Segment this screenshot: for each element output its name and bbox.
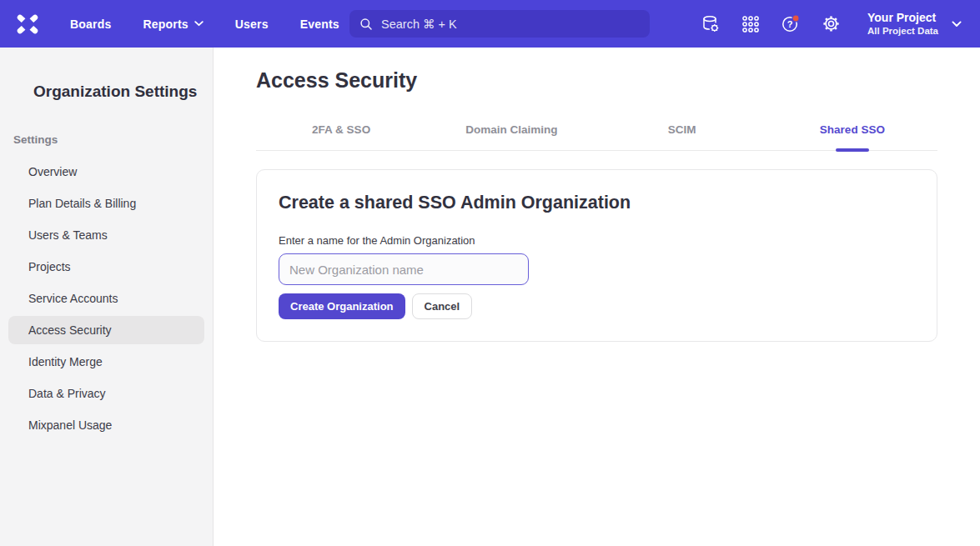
tab-bar: 2FA & SSO Domain Claiming SCIM Shared SS… [256, 123, 937, 151]
nav-label: Events [300, 18, 339, 31]
create-organization-button[interactable]: Create Organization [279, 293, 405, 319]
nav-label: Users [235, 18, 269, 31]
nav-label: Reports [143, 18, 188, 31]
sidebar-item-projects[interactable]: Projects [8, 253, 204, 281]
organization-name-label: Enter a name for the Admin Organization [279, 234, 915, 247]
organization-name-input[interactable] [279, 253, 529, 285]
topbar-right: ? Your Project All Project Data [701, 0, 980, 48]
nav-item-boards[interactable]: Boards [70, 18, 111, 31]
sidebar-item-mixpanel-usage[interactable]: Mixpanel Usage [8, 411, 204, 439]
sidebar-section-label: Settings [13, 133, 213, 146]
main-content: Access Security 2FA & SSO Domain Claimin… [214, 48, 980, 546]
sidebar-item-plan-details-billing[interactable]: Plan Details & Billing [8, 189, 204, 218]
sidebar: Organization Settings Settings Overview … [0, 48, 214, 546]
topbar-nav: Boards Reports Users Events [70, 18, 339, 31]
tab-2fa-sso[interactable]: 2FA & SSO [256, 123, 426, 150]
notification-dot [792, 15, 799, 22]
nav-item-events[interactable]: Events [300, 18, 339, 31]
data-management-icon[interactable] [701, 14, 721, 34]
project-selector[interactable]: Your Project All Project Data [867, 11, 962, 38]
nav-item-reports[interactable]: Reports [143, 18, 203, 31]
topbar: Boards Reports Users Events [0, 0, 980, 48]
sidebar-item-overview[interactable]: Overview [8, 158, 204, 186]
chevron-down-icon [952, 21, 962, 28]
cancel-button[interactable]: Cancel [412, 293, 473, 319]
search-box [349, 10, 650, 38]
tab-shared-sso[interactable]: Shared SSO [767, 123, 937, 150]
page-title: Access Security [256, 68, 937, 93]
sidebar-item-users-teams[interactable]: Users & Teams [8, 221, 204, 249]
chevron-down-icon [194, 21, 204, 27]
help-icon[interactable]: ? [781, 14, 801, 34]
nav-item-users[interactable]: Users [235, 18, 269, 31]
sidebar-item-data-privacy[interactable]: Data & Privacy [8, 379, 204, 408]
button-row: Create Organization Cancel [279, 293, 915, 319]
search-icon [359, 18, 373, 31]
tab-domain-claiming[interactable]: Domain Claiming [426, 123, 596, 150]
mixpanel-logo-icon [15, 13, 40, 35]
project-scope: All Project Data [867, 25, 938, 37]
sidebar-item-access-security[interactable]: Access Security [8, 316, 204, 344]
settings-icon[interactable] [821, 14, 841, 34]
project-name: Your Project [867, 11, 938, 26]
card-title: Create a shared SSO Admin Organization [279, 193, 915, 213]
sidebar-item-service-accounts[interactable]: Service Accounts [8, 284, 204, 313]
shared-sso-card: Create a shared SSO Admin Organization E… [256, 169, 937, 342]
mixpanel-logo[interactable] [15, 13, 40, 35]
nav-label: Boards [70, 18, 111, 31]
tab-scim[interactable]: SCIM [597, 123, 767, 150]
sidebar-title: Organization Settings [33, 83, 213, 101]
apps-grid-icon[interactable] [741, 14, 761, 34]
sidebar-item-identity-merge[interactable]: Identity Merge [8, 348, 204, 376]
search-input[interactable] [349, 10, 650, 38]
svg-text:?: ? [787, 19, 793, 29]
